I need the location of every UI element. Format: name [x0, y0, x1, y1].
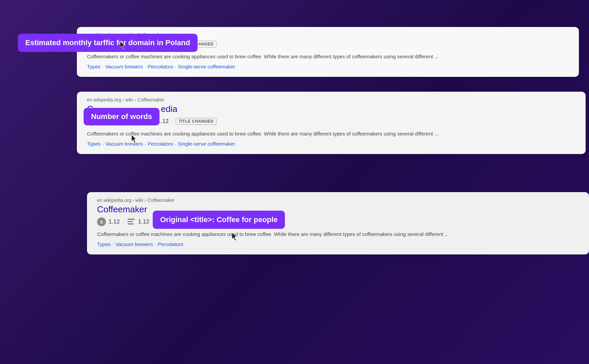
title-changed-badge-2: TITLE CHANGED [176, 118, 217, 125]
svg-rect-16 [127, 219, 135, 220]
sublink-1-vacuum[interactable]: Vacuum brewers [105, 64, 143, 69]
snippet-1: Coffeemakers or coffee machines are cook… [87, 53, 569, 60]
result-title-2: Coffeemaker Wikipedia [87, 104, 576, 114]
score1-value-3: 1.12 [109, 218, 120, 225]
svg-marker-23 [232, 233, 237, 241]
tooltip-traffic: Estimated monthly tarffic for domain in … [18, 34, 198, 52]
sublinks-1: Types · Vacuum brewers · Percolators · S… [87, 64, 569, 69]
main-container: Estimated monthly tarffic for domain in … [77, 27, 589, 364]
sublink-2-types[interactable]: Types [87, 141, 100, 147]
url-breadcrumb-3: en.wikipedia.org › wiki › Coffeemaker [97, 198, 579, 203]
sublink-1-percolators[interactable]: Percolators [148, 64, 173, 69]
svg-marker-7 [120, 41, 125, 49]
metrics-row-2: S 1.12 · 1.12 · 1.12 · TITLE CHANGED [87, 117, 576, 126]
sublink-3-vacuum[interactable]: Vacuum brewers [115, 241, 153, 247]
svg-marker-15 [131, 135, 136, 143]
sublink-sep-3: · [175, 64, 176, 69]
result-card-2: Number of words en.wikipedia.org › wiki … [77, 92, 586, 154]
sublink-3-types[interactable]: Types [97, 241, 111, 247]
sublink-sep-1: · [102, 64, 104, 69]
cursor-2 [131, 135, 138, 144]
svg-rect-17 [127, 221, 133, 222]
sublink-3-percolators[interactable]: Percolators [158, 241, 183, 247]
url-breadcrumb-2: en.wikipedia.org › wiki › Coffeemaker [87, 97, 576, 102]
sublinks-3: Types · Vacuum brewers · Percolators [97, 241, 579, 247]
svg-rect-18 [127, 223, 134, 224]
sublink-1-types[interactable]: Types [87, 64, 100, 69]
sublink-sep-2: · [145, 64, 146, 69]
score2-value-3: 1.12 [138, 218, 149, 225]
result-card-3: Original <title>: Coffee for people en.w… [87, 192, 589, 254]
score1-icon-3: S [97, 217, 106, 226]
tooltip-words: Number of words [84, 108, 159, 125]
score2-icon-3 [127, 217, 136, 226]
cursor-3 [232, 233, 238, 242]
tooltip-original-title: Original <title>: Coffee for people [153, 211, 285, 229]
snippet-3: Coffeemakers or coffee machines are cook… [97, 230, 579, 238]
result-card-1: Estimated monthly tarffic for domain in … [77, 27, 579, 77]
sublink-2-single[interactable]: Single-serve coffeemaker [178, 141, 235, 147]
cursor-1 [120, 41, 126, 51]
sublink-2-percolators[interactable]: Percolators [148, 141, 173, 147]
sublinks-2: Types · Vacuum brewers · Percolators · S… [87, 141, 576, 147]
snippet-2: Coffeemakers or coffee machines are cook… [87, 130, 576, 138]
sublink-1-single[interactable]: Single-serve coffeemaker [178, 64, 235, 69]
